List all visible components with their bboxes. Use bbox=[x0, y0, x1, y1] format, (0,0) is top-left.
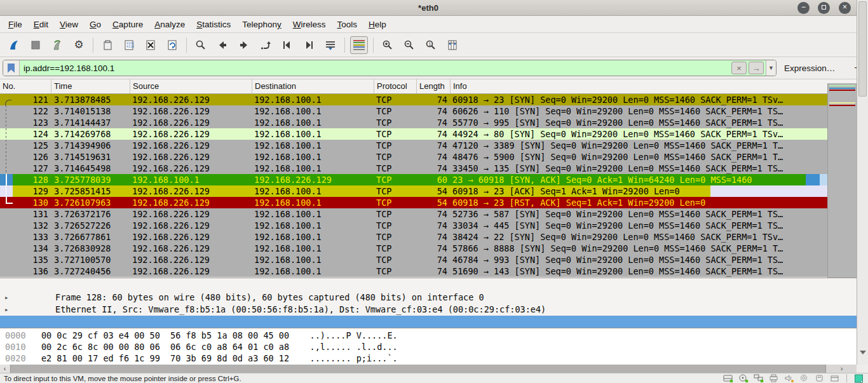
column-header-no[interactable]: No. bbox=[0, 79, 51, 93]
resize-columns-icon[interactable] bbox=[444, 36, 461, 54]
auto-scroll-icon[interactable] bbox=[322, 36, 339, 54]
usb-device-icon[interactable] bbox=[814, 374, 825, 383]
packet-list: 121 3.713878485 192.168.226.129 192.168.… bbox=[0, 94, 827, 278]
go-last-icon[interactable] bbox=[300, 36, 318, 54]
menu-item[interactable]: Wireless bbox=[287, 16, 332, 32]
packet-row[interactable]: 135 3.727100570 192.168.226.129 192.168.… bbox=[0, 254, 827, 265]
packet-row[interactable]: 128 3.725778039 192.168.100.1 192.168.22… bbox=[0, 174, 827, 185]
packet-row[interactable]: 127 3.714645498 192.168.226.129 192.168.… bbox=[0, 163, 827, 174]
menubar: File Edit View Go Capture Analyze Statis… bbox=[0, 16, 857, 33]
hex-line[interactable]: 0020 e2 81 00 17 ed f6 1c 99 70 3b 69 8d… bbox=[5, 353, 857, 364]
column-header-destination[interactable]: Destination bbox=[252, 79, 374, 93]
packet-row[interactable]: 130 3.726107963 192.168.226.129 192.168.… bbox=[0, 197, 827, 208]
packet-list-scrollbar-minimap[interactable] bbox=[827, 83, 857, 278]
display-filter-input[interactable] bbox=[20, 64, 731, 73]
reload-file-icon[interactable] bbox=[163, 36, 181, 54]
go-first-icon[interactable] bbox=[278, 36, 296, 54]
filter-clear-icon[interactable]: × bbox=[731, 62, 747, 74]
menu-item[interactable]: Help bbox=[363, 16, 392, 32]
serial-port-icon[interactable] bbox=[799, 374, 810, 383]
svg-text:0110: 0110 bbox=[126, 44, 134, 48]
packet-row[interactable]: 129 3.725851415 192.168.226.129 192.168.… bbox=[0, 185, 827, 197]
menu-item[interactable]: Statistics bbox=[191, 16, 236, 32]
find-packet-icon[interactable] bbox=[192, 36, 210, 54]
maximize-button[interactable] bbox=[818, 2, 830, 14]
save-file-icon[interactable]: 01010110 bbox=[120, 36, 138, 54]
removable-device-icon[interactable] bbox=[829, 374, 840, 383]
detail-line[interactable]: ▸Transmission Control Protocol, Src Port… bbox=[0, 316, 857, 328]
menu-item[interactable]: Go bbox=[84, 16, 107, 32]
go-back-icon[interactable] bbox=[214, 36, 231, 54]
filter-apply-icon[interactable]: → bbox=[749, 62, 764, 74]
horizontal-scrollbar[interactable]: ‹ › bbox=[0, 365, 857, 373]
restart-capture-icon[interactable] bbox=[48, 36, 66, 54]
menu-item[interactable]: File bbox=[3, 16, 28, 32]
zoom-out-icon[interactable] bbox=[400, 36, 418, 54]
minimize-button[interactable]: − bbox=[797, 2, 810, 14]
column-header-protocol[interactable]: Protocol bbox=[374, 79, 417, 93]
packet-row[interactable]: 124 3.714269768 192.168.226.129 192.168.… bbox=[0, 128, 827, 140]
conversation-indicator bbox=[0, 208, 13, 220]
packet-row[interactable]: 125 3.714394906 192.168.226.129 192.168.… bbox=[0, 140, 827, 151]
packet-row[interactable]: 122 3.714015138 192.168.226.129 192.168.… bbox=[0, 105, 827, 117]
colorize-packets-icon[interactable] bbox=[350, 36, 368, 54]
conversation-indicator bbox=[0, 105, 13, 117]
conversation-indicator bbox=[0, 174, 13, 185]
conversation-indicator bbox=[0, 185, 13, 197]
close-button[interactable]: × bbox=[839, 2, 851, 14]
packet-row[interactable]: 123 3.714144437 192.168.226.129 192.168.… bbox=[0, 117, 827, 128]
go-to-packet-icon[interactable] bbox=[257, 36, 275, 54]
detail-line[interactable]: ▸Ethernet II, Src: Vmware_f8:b5:1a (00:5… bbox=[0, 292, 857, 304]
open-file-icon[interactable] bbox=[98, 36, 116, 54]
vertical-scrollbar-thumb[interactable] bbox=[858, 1, 867, 97]
column-header-source[interactable]: Source bbox=[130, 79, 252, 93]
packet-list-header: No. Time Source Destination Protocol Len… bbox=[0, 79, 857, 94]
packet-row[interactable]: 133 3.726677861 192.168.226.129 192.168.… bbox=[0, 231, 827, 243]
scroll-right-icon[interactable]: › bbox=[837, 365, 846, 373]
horizontal-scrollbar-thumb[interactable] bbox=[10, 365, 826, 373]
packet-row[interactable]: 121 3.713878485 192.168.226.129 192.168.… bbox=[0, 94, 827, 105]
scroll-left-icon[interactable]: ‹ bbox=[0, 365, 10, 373]
detail-line[interactable]: ▸Frame 128: 60 bytes on wire (480 bits),… bbox=[0, 279, 857, 292]
column-header-info[interactable]: Info bbox=[451, 79, 857, 93]
detail-line[interactable]: ▸Internet Protocol Version 4, Src: 192.1… bbox=[0, 304, 857, 316]
printer-icon[interactable] bbox=[768, 374, 779, 383]
vm-message-icon[interactable] bbox=[853, 374, 864, 383]
packet-row[interactable]: 136 3.727240456 192.168.226.129 192.168.… bbox=[0, 265, 827, 277]
close-file-icon[interactable] bbox=[142, 36, 159, 54]
display-filter-field[interactable]: × → ▼ bbox=[3, 60, 776, 76]
filter-bookmark-icon[interactable] bbox=[3, 60, 20, 76]
vertical-scrollbar[interactable] bbox=[857, 0, 868, 365]
start-capture-icon[interactable] bbox=[5, 36, 23, 54]
packet-row[interactable]: 131 3.726372176 192.168.226.129 192.168.… bbox=[0, 208, 827, 220]
column-header-time[interactable]: Time bbox=[51, 79, 130, 93]
zoom-in-icon[interactable] bbox=[379, 36, 397, 54]
menu-item[interactable]: Edit bbox=[28, 16, 54, 32]
filter-history-caret-icon[interactable]: ▼ bbox=[766, 60, 776, 76]
hex-line[interactable]: 0000 00 0c 29 cf 03 e4 00 50 56 f8 b5 1a… bbox=[5, 330, 857, 341]
column-header-length[interactable]: Length bbox=[417, 79, 451, 93]
packet-row[interactable]: 126 3.714519631 192.168.226.129 192.168.… bbox=[0, 151, 827, 163]
network-adapter-icon[interactable] bbox=[753, 374, 764, 383]
capture-options-icon[interactable]: ⚙ bbox=[70, 36, 88, 54]
hard-disk-icon[interactable] bbox=[722, 374, 733, 383]
hex-line[interactable]: 0010 00 2c 6c 8c 00 00 80 06 06 6c c0 a8… bbox=[5, 341, 857, 353]
sound-icon[interactable] bbox=[783, 374, 794, 383]
zoom-original-icon[interactable]: 1 bbox=[422, 36, 440, 54]
cdrom-icon[interactable] bbox=[738, 374, 749, 383]
vmware-statusbar: To direct input to this VM, move the mou… bbox=[0, 373, 868, 383]
conversation-indicator bbox=[0, 128, 13, 140]
menu-item[interactable]: Capture bbox=[107, 16, 149, 32]
packet-row[interactable]: 132 3.726527226 192.168.226.129 192.168.… bbox=[0, 220, 827, 231]
packet-row[interactable]: 134 3.726830928 192.168.226.129 192.168.… bbox=[0, 243, 827, 254]
scroll-down-icon[interactable] bbox=[860, 351, 866, 354]
wireshark-titlebar[interactable]: *eth0 − × bbox=[0, 0, 857, 16]
menu-item[interactable]: Tools bbox=[332, 16, 363, 32]
stop-capture-icon[interactable] bbox=[27, 36, 44, 54]
go-forward-icon[interactable] bbox=[235, 36, 253, 54]
hex-dump-pane: 0000 00 0c 29 cf 03 e4 00 50 56 f8 b5 1a… bbox=[0, 328, 857, 365]
menu-item[interactable]: View bbox=[54, 16, 84, 32]
menu-item[interactable]: Telephony bbox=[236, 16, 287, 32]
menu-item[interactable]: Analyze bbox=[149, 16, 191, 32]
expression-button[interactable]: Expression… bbox=[784, 64, 835, 73]
